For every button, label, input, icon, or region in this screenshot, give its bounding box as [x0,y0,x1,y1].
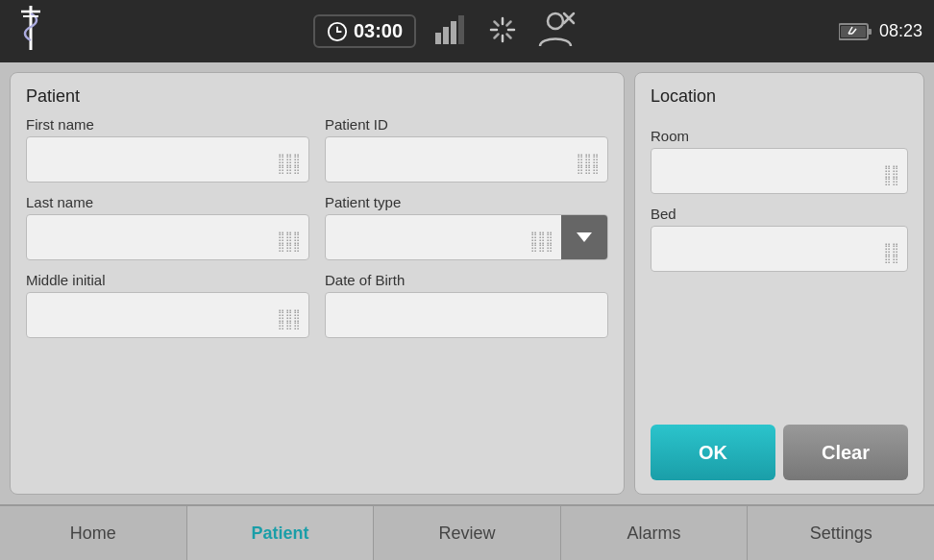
person-icon [535,12,576,52]
patient-id-field: Patient ID ⣿⣿⣿⣿⣿⣿ [325,116,608,183]
patient-type-field: Patient type ⣿⣿⣿⣿⣿⣿ [325,194,608,260]
svg-rect-8 [451,21,456,44]
patient-panel: Patient First name ⣿⣿⣿⣿⣿⣿ Patient ID ⣿⣿⣿… [10,72,625,495]
tab-patient[interactable]: Patient [187,506,375,560]
clear-button[interactable]: Clear [783,425,908,480]
bed-input[interactable]: ⣿⣿⣿⣿ [651,226,908,272]
dob-label: Date of Birth [325,272,608,288]
spinner-icon [489,16,516,47]
patient-id-label: Patient ID [325,116,608,133]
patient-type-arrow[interactable] [561,215,607,259]
svg-line-14 [495,21,499,25]
main-content: Patient First name ⣿⣿⣿⣿⣿⣿ Patient ID ⣿⣿⣿… [0,62,934,504]
patient-type-dots: ⣿⣿⣿⣿⣿⣿ [530,231,553,252]
patient-type-label: Patient type [325,194,608,210]
svg-rect-6 [435,33,441,44]
svg-line-15 [507,34,511,37]
clock-time: 08:23 [879,21,922,41]
middle-initial-field: Middle initial ⣿⣿⣿⣿⣿⣿ [26,272,309,338]
action-buttons: OK Clear [651,425,908,480]
last-name-field: Last name ⣿⣿⣿⣿⣿⣿ [26,194,309,260]
room-field: Room ⣿⣿⣿⣿ [651,128,908,194]
svg-rect-23 [868,29,872,35]
patient-type-dropdown[interactable]: ⣿⣿⣿⣿⣿⣿ [325,214,608,260]
patient-type-text-area: ⣿⣿⣿⣿⣿⣿ [326,215,561,259]
room-label: Room [651,128,908,144]
svg-line-16 [507,21,511,25]
bed-label: Bed [651,206,908,222]
dob-field: Date of Birth [325,272,608,338]
location-panel: Location Room ⣿⣿⣿⣿ Bed ⣿⣿⣿⣿ OK Clear [634,72,924,495]
tab-alarms[interactable]: Alarms [561,506,749,560]
middle-initial-dots: ⣿⣿⣿⣿⣿⣿ [278,308,301,329]
first-name-field: First name ⣿⣿⣿⣿⣿⣿ [26,116,309,183]
timer-value: 03:00 [354,20,403,42]
last-name-dots: ⣿⣿⣿⣿⣿⣿ [278,231,301,252]
last-name-label: Last name [26,194,309,210]
tab-settings[interactable]: Settings [748,506,934,560]
status-center: 03:00 [313,12,576,52]
svg-marker-27 [577,232,592,242]
signal-icon [435,15,470,48]
patient-panel-title: Patient [26,86,608,107]
location-fields: Room ⣿⣿⣿⣿ Bed ⣿⣿⣿⣿ [651,128,908,413]
battery-area: 08:23 [839,21,922,42]
svg-rect-7 [443,27,449,44]
location-panel-title: Location [651,86,908,107]
dob-input[interactable] [325,292,608,338]
patient-id-dots: ⣿⣿⣿⣿⣿⣿ [577,153,600,174]
room-dots: ⣿⣿⣿⣿ [884,164,899,185]
room-input[interactable]: ⣿⣿⣿⣿ [651,148,908,194]
first-name-input[interactable]: ⣿⣿⣿⣿⣿⣿ [26,136,309,183]
tab-review[interactable]: Review [374,506,561,560]
first-name-label: First name [26,116,309,133]
status-left [12,4,50,59]
patient-id-input[interactable]: ⣿⣿⣿⣿⣿⣿ [325,136,608,183]
first-name-dots: ⣿⣿⣿⣿⣿⣿ [278,153,301,174]
bed-field: Bed ⣿⣿⣿⣿ [651,206,908,272]
middle-initial-input[interactable]: ⣿⣿⣿⣿⣿⣿ [26,292,309,338]
svg-line-17 [495,34,499,37]
last-name-input[interactable]: ⣿⣿⣿⣿⣿⣿ [26,214,309,260]
svg-point-18 [548,13,563,29]
tab-home[interactable]: Home [0,506,187,560]
bed-dots: ⣿⣿⣿⣿ [884,242,899,263]
time-display: 03:00 [313,14,416,48]
middle-initial-label: Middle initial [26,272,309,288]
status-bar: 03:00 [0,0,934,62]
medical-icon [12,4,50,59]
patient-form-grid: First name ⣿⣿⣿⣿⣿⣿ Patient ID ⣿⣿⣿⣿⣿⣿ Last… [26,116,608,338]
svg-rect-9 [458,15,464,44]
bottom-nav: Home Patient Review Alarms Settings [0,504,934,560]
ok-button[interactable]: OK [651,425,775,480]
